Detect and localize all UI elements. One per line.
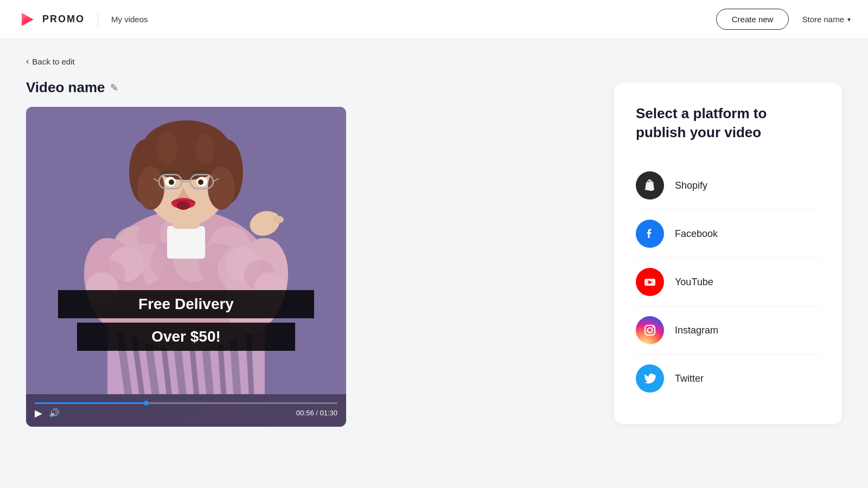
panel-title: Select a platform to publish your video [636,104,820,142]
store-name-button[interactable]: Store name ▾ [802,15,851,24]
shopify-label: Shopify [675,180,707,191]
platform-item-twitter[interactable]: Twitter [636,355,820,402]
svg-text:S: S [648,184,652,190]
svg-point-44 [208,166,235,210]
video-controls: ▶ 🔊 00:56 / 01:30 [26,394,346,427]
youtube-icon [636,268,664,296]
instagram-svg [642,323,658,338]
controls-row: ▶ 🔊 00:56 / 01:30 [35,407,337,419]
svg-point-57 [177,201,190,210]
svg-rect-34 [167,226,205,259]
svg-point-53 [169,179,174,185]
publish-panel: Select a platform to publish your video … [614,82,842,424]
chevron-down-icon: ▾ [847,16,851,23]
edit-video-name-icon[interactable]: ✎ [110,82,118,94]
platform-item-instagram[interactable]: Instagram [636,306,820,355]
platform-item-youtube[interactable]: YouTube [636,258,820,306]
progress-fill [35,402,146,404]
progress-dot [144,401,149,406]
facebook-svg [642,226,658,241]
header: PROMO My videos Create new Store name ▾ [0,0,868,39]
back-arrow-icon: ‹ [26,56,29,66]
overlay-text-line1: Free Delivery [58,290,314,318]
controls-left: ▶ 🔊 [35,407,60,419]
facebook-icon [636,220,664,248]
progress-bar[interactable] [35,402,337,404]
main-content: ‹ Back to edit Video name ✎ [0,39,868,488]
platform-list: S Shopify Facebook [636,162,820,402]
store-name-label: Store name [802,15,844,24]
overlay-text-line2: Over $50! [77,323,295,351]
svg-point-43 [137,166,164,210]
svg-point-45 [156,131,178,164]
left-section: ‹ Back to edit Video name ✎ [26,56,588,471]
play-button[interactable]: ▶ [35,407,42,419]
back-to-edit-label: Back to edit [32,57,74,66]
video-background: Free Delivery Over $50! [26,107,346,427]
shopify-icon: S [636,171,664,200]
header-divider [98,12,98,27]
twitter-icon [636,364,664,393]
facebook-label: Facebook [675,228,718,240]
video-text-overlays: Free Delivery Over $50! [58,290,314,351]
youtube-label: YouTube [675,277,713,288]
instagram-icon [636,316,664,344]
svg-point-63 [648,328,653,333]
promo-logo-icon [17,10,37,29]
video-name-row: Video name ✎ [26,79,588,96]
logo-text: PROMO [42,14,85,25]
platform-item-shopify[interactable]: S Shopify [636,162,820,210]
youtube-svg [642,274,658,290]
header-right: Create new Store name ▾ [716,9,851,30]
video-player: Free Delivery Over $50! ▶ 🔊 00:56 / 01:3 [26,107,346,427]
svg-point-37 [273,216,284,223]
time-display: 00:56 / 01:30 [296,409,337,417]
twitter-svg [642,371,658,386]
person-illustration [26,107,346,394]
volume-button[interactable]: 🔊 [49,408,60,418]
svg-point-64 [653,326,654,328]
platform-item-facebook[interactable]: Facebook [636,210,820,258]
svg-point-46 [195,134,215,164]
back-to-edit-link[interactable]: ‹ Back to edit [26,56,75,66]
instagram-label: Instagram [675,325,718,336]
twitter-label: Twitter [675,373,704,384]
my-videos-link[interactable]: My videos [111,15,148,24]
shopify-svg: S [642,178,658,193]
create-new-button[interactable]: Create new [716,9,789,30]
logo-area: PROMO [17,10,85,29]
video-name-title: Video name [26,79,105,96]
svg-point-55 [198,179,203,185]
